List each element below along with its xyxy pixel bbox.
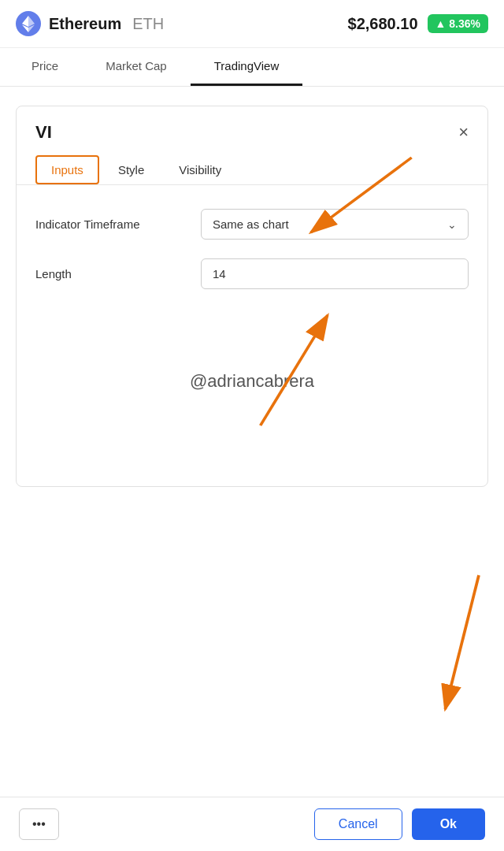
timeframe-value: Same as chart [213, 217, 289, 231]
watermark: @adriancabrera [17, 324, 487, 423]
cancel-button[interactable]: Cancel [314, 808, 402, 840]
panel-tabs: Inputs Style Visibility [17, 143, 487, 185]
tab-price[interactable]: Price [8, 48, 82, 86]
length-input[interactable] [201, 258, 469, 289]
close-button[interactable]: × [458, 124, 469, 141]
coin-info: Ethereum ETH [16, 11, 164, 36]
timeframe-dropdown[interactable]: Same as chart ⌄ [201, 209, 469, 240]
footer-actions: Cancel Ok [314, 808, 485, 840]
timeframe-row: Indicator Timeframe Same as chart ⌄ [35, 209, 469, 240]
price-value: $2,680.10 [348, 15, 418, 33]
length-control [201, 258, 469, 289]
panel-tab-visibility[interactable]: Visibility [163, 155, 237, 184]
coin-name: Ethereum [49, 15, 121, 33]
change-badge: ▲ 8.36% [428, 14, 488, 33]
tab-market-cap[interactable]: Market Cap [82, 48, 191, 86]
header: Ethereum ETH $2,680.10 ▲ 8.36% [0, 0, 504, 48]
eth-logo-icon [16, 11, 41, 36]
main-tabs: Price Market Cap TradingView [0, 48, 504, 87]
svg-line-9 [445, 575, 479, 709]
length-row: Length [35, 258, 469, 289]
footer-spacer [17, 423, 487, 486]
length-label: Length [35, 267, 201, 281]
tab-tradingview[interactable]: TradingView [191, 48, 303, 86]
dialog-area: VI × Inputs Style Visibility Indicator T… [0, 87, 504, 764]
watermark-text: @adriancabrera [190, 371, 314, 391]
panel-tab-inputs[interactable]: Inputs [35, 155, 99, 184]
panel-tab-style[interactable]: Style [102, 155, 160, 184]
indicator-panel: VI × Inputs Style Visibility Indicator T… [16, 106, 488, 487]
form-area: Indicator Timeframe Same as chart ⌄ Leng… [17, 185, 487, 324]
coin-ticker: ETH [132, 15, 164, 33]
panel-title: VI [35, 122, 52, 143]
price-section: $2,680.10 ▲ 8.36% [348, 14, 488, 33]
panel-header: VI × [17, 106, 487, 143]
more-options-button[interactable]: ••• [19, 808, 59, 840]
footer: ••• Cancel Ok [0, 797, 504, 851]
ok-button[interactable]: Ok [412, 808, 485, 840]
chevron-down-icon: ⌄ [447, 218, 457, 231]
timeframe-control: Same as chart ⌄ [201, 209, 469, 240]
timeframe-label: Indicator Timeframe [35, 217, 201, 231]
